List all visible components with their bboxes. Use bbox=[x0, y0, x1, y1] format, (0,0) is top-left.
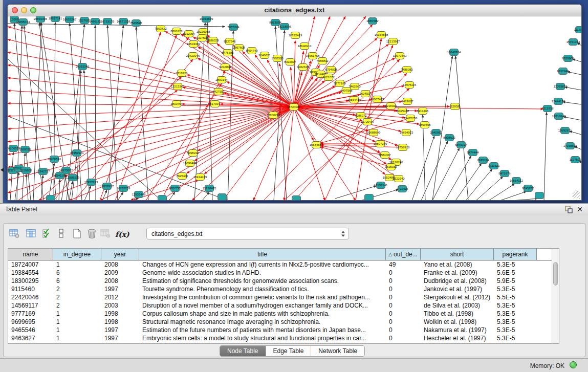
tab-edge-table[interactable]: Edge Table bbox=[266, 346, 312, 356]
memory-status-label: Memory: OK bbox=[530, 362, 564, 369]
graph-node-label: 16648784 bbox=[447, 51, 461, 54]
network-view[interactable]: 1505814055724208914061893714110653267152… bbox=[8, 16, 581, 200]
graph-edge bbox=[207, 23, 212, 200]
graph-node-label: 18226058 bbox=[197, 30, 210, 33]
graph-node-label: 17957223 bbox=[84, 181, 98, 184]
table-selector[interactable]: citations_edges.txt bbox=[146, 228, 349, 239]
column-header-pagerank[interactable]: pagerank bbox=[494, 249, 537, 260]
table-cell: 5.3E-5 bbox=[494, 310, 537, 318]
column-header-title[interactable]: title bbox=[139, 249, 386, 260]
column-header-in_degree[interactable]: in_degree bbox=[53, 249, 101, 260]
graph-edge bbox=[544, 112, 547, 200]
graph-node[interactable] bbox=[292, 196, 301, 201]
graph-node-label: 15584554 bbox=[310, 143, 323, 146]
memory-status-indicator bbox=[570, 361, 577, 368]
graph-edge bbox=[466, 169, 492, 200]
column-header-name[interactable]: name bbox=[8, 249, 53, 260]
table-cell: Disruption of a novel member of a sodium… bbox=[139, 302, 386, 310]
new-table-button[interactable] bbox=[70, 227, 83, 240]
column-header-out_de[interactable]: △out_de... bbox=[386, 249, 421, 260]
edge-arrowhead bbox=[422, 115, 424, 118]
edge-arrowhead bbox=[255, 55, 257, 58]
graph-node-label: 8938923 bbox=[443, 136, 455, 139]
graph-node[interactable] bbox=[535, 192, 544, 199]
graph-node-label: 12505135 bbox=[66, 176, 80, 179]
graph-node-label: 10653267 bbox=[63, 18, 77, 21]
graph-node-label: 9899695 bbox=[419, 123, 431, 126]
network-graph[interactable]: 1505814055724208914061893714110653267152… bbox=[8, 16, 581, 200]
graph-node-label: 18300295 bbox=[267, 114, 280, 117]
row-height-button[interactable] bbox=[55, 227, 68, 240]
function-builder-button[interactable]: f(x) bbox=[114, 227, 129, 240]
edge-arrowhead bbox=[193, 37, 196, 39]
selection-mode-button[interactable] bbox=[40, 227, 54, 240]
table-cell: Wolkin et al. (1998) bbox=[421, 318, 494, 326]
graph-node-label: 19654923 bbox=[400, 131, 413, 134]
scrollbar-thumb[interactable] bbox=[553, 262, 558, 286]
show-columns-button[interactable] bbox=[25, 227, 38, 240]
edge-arrowhead bbox=[302, 51, 304, 54]
table-vertical-scrollbar[interactable] bbox=[552, 249, 559, 343]
tab-network-table[interactable]: Network Table bbox=[311, 346, 364, 356]
table-cell: 0 bbox=[386, 269, 421, 277]
table-row[interactable]: 969969511998Structural magnetic resonanc… bbox=[8, 318, 552, 326]
edge-arrowhead bbox=[204, 171, 207, 174]
table-row[interactable]: 977716911998Corpus callosum shape and si… bbox=[8, 310, 552, 318]
close-panel-icon[interactable]: ✕ bbox=[577, 205, 583, 213]
column-header-short[interactable]: short bbox=[421, 249, 494, 260]
graph-node-label: 9329966 bbox=[562, 57, 574, 60]
table-row[interactable]: 1938455462009Genome-wide association stu… bbox=[8, 269, 552, 277]
table-body: 1872400712008Changes of HCN gene express… bbox=[8, 261, 552, 343]
graph-node-label: 20891406 bbox=[34, 17, 48, 20]
table-mode-button[interactable] bbox=[8, 227, 21, 240]
edge-arrowhead bbox=[294, 40, 296, 43]
edge-arrowhead bbox=[309, 60, 311, 63]
table-row[interactable]: 946362711997Embryonic stem cells: a mode… bbox=[8, 335, 552, 343]
graph-node-label: 18325419 bbox=[289, 34, 302, 37]
graph-node[interactable] bbox=[158, 195, 167, 201]
edge-arrowhead bbox=[8, 191, 11, 193]
table-panel-inset: f(x) citations_edges.txt namein_degreeye… bbox=[3, 223, 586, 357]
table-cell: 2012 bbox=[101, 294, 139, 302]
graph-node-label: 19958107 bbox=[100, 185, 114, 188]
delete-table-button[interactable] bbox=[85, 227, 98, 240]
edge-arrowhead bbox=[232, 31, 234, 34]
graph-node-label: 7663822 bbox=[155, 27, 167, 30]
table-row[interactable]: 911546021997Tourette syndrome. Phenomeno… bbox=[8, 286, 552, 294]
edge-arrowhead bbox=[8, 140, 11, 143]
edge-arrowhead bbox=[175, 90, 178, 93]
table-row[interactable]: 1456911722003Disruption of a novel membe… bbox=[8, 302, 552, 310]
graph-node-label: 12975115 bbox=[403, 83, 417, 86]
graph-node-label: 8322037 bbox=[284, 60, 296, 63]
node-table: namein_degreeyeartitle△out_de...shortpag… bbox=[8, 248, 559, 344]
edge-arrowhead bbox=[8, 127, 11, 130]
table-row[interactable]: 1830029562008Estimation of significance … bbox=[8, 277, 552, 286]
table-cell: Hescheler et al. (1997) bbox=[421, 335, 494, 343]
network-window-titlebar[interactable]: citations_edges.txt bbox=[8, 5, 581, 16]
table-cell: 2003 bbox=[101, 302, 139, 310]
table-header-row: namein_degreeyeartitle△out_de...shortpag… bbox=[8, 249, 552, 261]
graph-node-label: 8454749 bbox=[246, 49, 258, 52]
graph-edge bbox=[8, 27, 294, 107]
graph-node-label: 8213958 bbox=[541, 107, 554, 110]
tab-node-table[interactable]: Node Table bbox=[220, 346, 266, 356]
window-resize-grip-icon[interactable] bbox=[573, 191, 580, 199]
float-panel-icon[interactable] bbox=[565, 206, 573, 213]
table-row[interactable]: 1872400712008Changes of HCN gene express… bbox=[8, 261, 552, 269]
graph-node[interactable] bbox=[365, 194, 374, 201]
graph-node[interactable] bbox=[218, 194, 227, 201]
table-row[interactable]: 946554611997Estimation of the future num… bbox=[8, 326, 552, 335]
graph-node[interactable] bbox=[47, 195, 55, 201]
edge-arrowhead bbox=[8, 90, 11, 92]
column-header-year[interactable]: year bbox=[101, 249, 139, 260]
collapse-handle-icon[interactable] bbox=[1, 168, 4, 172]
table-row[interactable]: 2242004622012Investigating the contribut… bbox=[8, 294, 552, 302]
table-panel-title: Table Panel bbox=[5, 206, 37, 213]
control-panel-collapsed-strip[interactable] bbox=[0, 0, 3, 203]
graph-node-label: 15958 bbox=[451, 105, 460, 108]
edge-arrowhead bbox=[8, 178, 11, 181]
cytoscape-app: citations_edges.txt 15058140557242089140… bbox=[0, 0, 588, 372]
graph-node-label: 16782759 bbox=[117, 187, 130, 190]
table-panel-body: f(x) citations_edges.txt namein_degreeye… bbox=[0, 215, 588, 358]
edge-arrowhead bbox=[94, 25, 97, 28]
